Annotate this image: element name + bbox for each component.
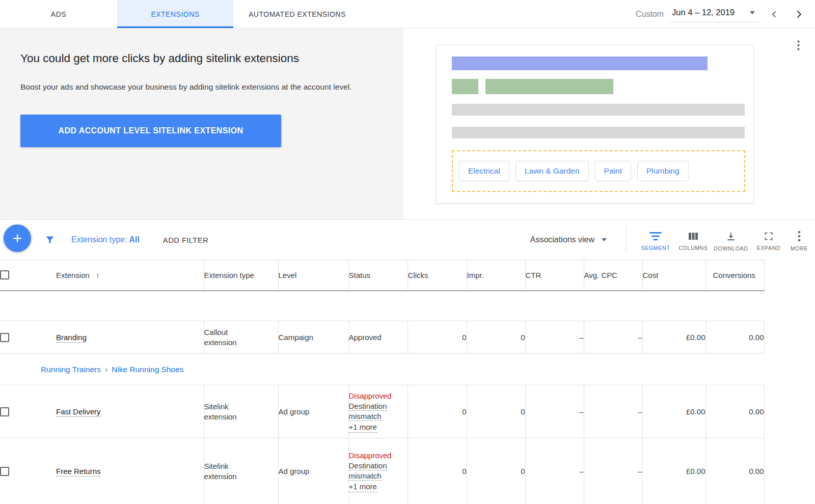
breadcrumb: Running Trainers›Nike Running Shoes [0,354,764,385]
impr-value: 0 [467,438,525,504]
promo-title: You could get more clicks by adding site… [20,52,383,65]
extension-name-link[interactable]: Branding [56,333,87,343]
columns-label: COLUMNS [678,245,708,251]
select-all-checkbox[interactable] [0,270,9,279]
next-date-range-button[interactable] [790,5,808,23]
sitelink-highlight-box: Electrical Lawn & Garden Paint Plumbing [452,150,745,192]
expand-label: EXPAND [757,245,781,251]
promo-preview-panel: Electrical Lawn & Garden Paint Plumbing [403,29,815,219]
tab-automated-extensions[interactable]: AUTOMATED EXTENSIONS [233,0,361,28]
extension-type-filter-label: Extension type: [71,235,127,244]
column-header-conversions[interactable]: Conversions [705,260,764,291]
download-icon [725,231,737,242]
columns-button[interactable]: COLUMNS [674,229,712,251]
column-header-cost[interactable]: Cost [642,260,705,291]
conversions-value: 0.00 [705,385,764,438]
status-cell: Disapproved Destination mismatch +1 more [349,451,408,492]
toolbar-actions: Associations view SEGMENT COLUMNS [530,227,815,253]
sitelink-promo-section: You could get more clicks by adding site… [0,29,815,220]
extension-type-filter[interactable]: Extension type:All [71,235,140,244]
extension-name-link[interactable]: Free Returns [56,467,101,477]
conversions-value: 0.00 [705,321,764,354]
status-disapproved-label: Disapproved [349,391,408,401]
add-extension-fab[interactable]: + [4,225,31,252]
column-header-impr[interactable]: Impr. [467,260,525,291]
segment-button[interactable]: SEGMENT [637,229,674,251]
ctr-value: – [525,321,584,354]
expand-button[interactable]: EXPAND [750,229,787,251]
row-checkbox[interactable] [0,467,9,476]
plus-icon: + [13,230,22,246]
columns-icon [688,231,698,241]
more-vertical-icon [798,231,801,242]
sort-ascending-icon: ↑ [96,271,100,279]
cost-value: £0.00 [642,321,705,354]
ctr-value: – [525,438,584,504]
date-range-value: Jun 4 – 12, 2019 [672,8,735,17]
expand-icon [764,231,774,241]
kebab-icon [797,40,800,50]
column-header-level[interactable]: Level [278,260,348,291]
column-header-status[interactable]: Status [348,260,408,291]
view-selector-label: Associations view [530,235,594,244]
segment-icon [649,231,662,241]
breadcrumb-adgroup-link[interactable]: Nike Running Shoes [112,365,183,374]
sitelink-chip[interactable]: Electrical [459,161,509,181]
date-range-picker[interactable]: Jun 4 – 12, 2019 [670,6,759,22]
tab-extensions[interactable]: EXTENSIONS [117,0,233,28]
more-label: MORE [791,245,808,251]
date-range-mode-label: Custom [636,10,664,19]
status-value: Approved [348,321,408,354]
column-header-extension[interactable]: Extension↑ [56,260,204,291]
level-value: Campaign [278,321,348,354]
add-filter-button[interactable]: ADD FILTER [163,236,208,244]
row-checkbox[interactable] [0,333,9,342]
preview-ad-badge [452,79,478,94]
status-cell: Disapproved Destination mismatch +1 more [349,391,408,433]
promo-overflow-menu-button[interactable] [792,38,805,53]
extension-type-value: Callout extension [204,327,248,348]
add-account-level-sitelink-button[interactable]: ADD ACCOUNT LEVEL SITELINK EXTENSION [20,115,281,147]
ctr-value: – [525,385,584,438]
column-header-avg-cpc[interactable]: Avg. CPC [584,260,642,291]
sitelink-chip[interactable]: Lawn & Garden [515,161,589,181]
status-more-link[interactable]: +1 more [349,422,377,433]
summary-row [0,291,764,321]
table-toolbar: + Extension type:All ADD FILTER Associat… [0,220,815,260]
preview-headline-bar [452,57,708,70]
impr-value: 0 [467,385,525,438]
table-row: Free Returns Sitelink extension Ad group… [0,438,764,504]
promo-text-panel: You could get more clicks by adding site… [0,29,403,219]
column-header-clicks[interactable]: Clicks [408,260,467,291]
extension-type-filter-value: All [129,235,139,244]
sitelink-chip[interactable]: Plumbing [637,161,689,181]
status-more-link[interactable]: +1 more [349,482,377,492]
date-range-area: Custom Jun 4 – 12, 2019 [636,0,815,28]
cost-value: £0.00 [642,385,705,438]
table-header-row: Extension↑ Extension type Level Status C… [0,260,764,291]
table-row: Fast Delivery Sitelink extension Ad grou… [0,385,764,438]
filter-funnel-icon [45,235,55,245]
extensions-table: Extension↑ Extension type Level Status C… [0,260,765,504]
segment-label: SEGMENT [641,245,670,251]
breadcrumb-campaign-link[interactable]: Running Trainers [41,365,101,374]
sitelink-chip[interactable]: Paint [595,161,631,181]
row-checkbox[interactable] [0,407,9,416]
cost-value: £0.00 [642,438,705,504]
more-button[interactable]: MORE [787,229,811,251]
top-tab-bar: ADS EXTENSIONS AUTOMATED EXTENSIONS Cust… [0,0,815,29]
table-row: Branding Callout extension Campaign Appr… [0,321,764,354]
download-label: DOWNLOAD [714,245,748,251]
previous-date-range-button[interactable] [765,5,783,23]
avg-cpc-value: – [584,385,642,438]
column-header-extension-type[interactable]: Extension type [204,260,278,291]
status-reason-link[interactable]: Destination mismatch [349,461,387,481]
ad-group-breadcrumb-row: Running Trainers›Nike Running Shoes [0,354,764,385]
download-button[interactable]: DOWNLOAD [712,229,750,251]
column-header-ctr[interactable]: CTR [525,260,584,291]
extension-name-link[interactable]: Fast Delivery [56,407,101,417]
tab-ads[interactable]: ADS [0,0,117,28]
view-selector[interactable]: Associations view [530,235,607,244]
filter-button[interactable] [45,235,55,245]
status-reason-link[interactable]: Destination mismatch [349,402,387,421]
